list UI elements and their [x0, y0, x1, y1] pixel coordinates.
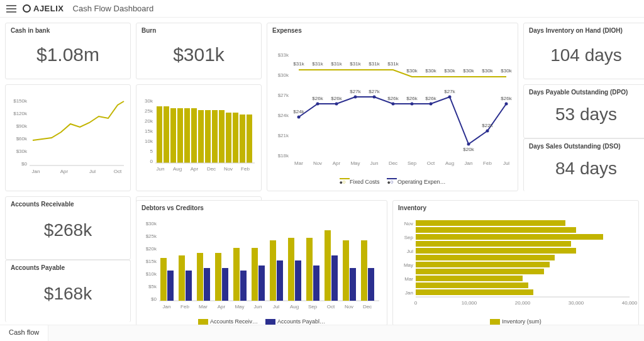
- svg-text:30,000: 30,000: [569, 300, 584, 306]
- svg-rect-147: [416, 289, 533, 295]
- svg-text:Nov: Nov: [404, 221, 413, 226]
- svg-rect-119: [325, 230, 331, 301]
- svg-text:10k: 10k: [145, 138, 153, 144]
- svg-rect-85: [247, 115, 252, 163]
- svg-point-21: [354, 96, 357, 99]
- svg-text:$24k: $24k: [278, 113, 289, 118]
- svg-text:Nov: Nov: [345, 304, 353, 310]
- svg-rect-84: [240, 115, 245, 163]
- svg-rect-109: [233, 248, 240, 301]
- card-debtors-creditors-wide: Debtors vs Creditors $30k $25k $20k $15k…: [136, 200, 387, 326]
- svg-rect-75: [177, 108, 183, 163]
- svg-text:Jan: Jan: [405, 290, 413, 296]
- svg-text:20k: 20k: [145, 118, 153, 124]
- svg-rect-110: [240, 271, 247, 301]
- card-inventory: Inventory Nov Sep Jul May Mar Jan: [392, 200, 639, 326]
- menu-icon[interactable]: [6, 5, 16, 13]
- svg-text:$90k: $90k: [16, 123, 28, 129]
- svg-rect-108: [222, 268, 228, 301]
- svg-point-23: [392, 103, 395, 106]
- svg-rect-123: [361, 240, 367, 301]
- svg-text:Mar: Mar: [294, 160, 303, 166]
- card-burn: Burn $301k: [136, 23, 262, 79]
- svg-text:Sep: Sep: [308, 304, 318, 310]
- svg-text:0: 0: [150, 159, 153, 164]
- svg-text:Dec: Dec: [207, 166, 216, 172]
- svg-text:$30k: $30k: [16, 148, 28, 154]
- svg-text:5: 5: [150, 148, 153, 154]
- svg-rect-142: [416, 255, 555, 260]
- svg-rect-111: [252, 248, 258, 301]
- svg-rect-140: [416, 241, 571, 247]
- svg-rect-74: [170, 108, 176, 163]
- svg-text:$20k: $20k: [463, 147, 474, 152]
- label-inventory: Inventory: [393, 201, 638, 215]
- svg-point-29: [505, 103, 508, 106]
- label-cash-in-bank: Cash in bank: [6, 23, 130, 38]
- value-ar: $268k: [6, 220, 130, 240]
- svg-text:Apr: Apr: [60, 169, 69, 174]
- svg-text:Jul: Jul: [503, 160, 509, 166]
- svg-rect-143: [416, 262, 550, 267]
- svg-point-22: [373, 96, 376, 99]
- svg-text:$27k: $27k: [369, 89, 380, 94]
- svg-rect-114: [277, 260, 283, 301]
- chart-inventory: Nov Sep Jul May Mar Jan 0 10,000 20,000 …: [393, 215, 638, 316]
- svg-text:Oct: Oct: [427, 160, 435, 166]
- svg-rect-124: [368, 268, 374, 301]
- svg-rect-77: [191, 108, 197, 163]
- svg-text:$26k: $26k: [425, 96, 436, 101]
- svg-text:$31k: $31k: [312, 61, 323, 67]
- svg-text:$60k: $60k: [16, 136, 28, 142]
- svg-point-26: [448, 96, 452, 99]
- page-title: Cash Flow Dashboard: [73, 4, 154, 13]
- label-dpo: Days Payable Outstanding (DPO): [524, 85, 644, 99]
- svg-text:$18k: $18k: [278, 153, 289, 159]
- brand-logo: AJELIX: [23, 4, 64, 13]
- svg-rect-113: [270, 240, 276, 301]
- svg-text:$26k: $26k: [387, 96, 399, 101]
- svg-rect-78: [198, 110, 204, 163]
- svg-text:Aug: Aug: [445, 160, 454, 166]
- svg-text:Jul: Jul: [273, 304, 279, 310]
- svg-rect-145: [416, 276, 523, 281]
- svg-text:$5k: $5k: [148, 284, 157, 289]
- svg-rect-73: [164, 106, 169, 163]
- svg-text:15k: 15k: [145, 128, 153, 134]
- value-dso: 84 days: [524, 159, 644, 179]
- svg-text:$20k: $20k: [146, 246, 157, 252]
- svg-text:$31k: $31k: [369, 61, 380, 67]
- svg-rect-83: [233, 113, 238, 163]
- card-burn-trend: 30k 25k 20k 15k 10k 5 0 Jun: [136, 84, 262, 191]
- svg-text:$22k: $22k: [482, 123, 493, 128]
- svg-point-25: [430, 103, 433, 106]
- label-ap: Accounts Payable: [6, 260, 130, 275]
- label-expenses: Expenses: [267, 23, 518, 38]
- svg-text:$30k: $30k: [425, 68, 436, 74]
- svg-text:Sep: Sep: [408, 160, 417, 166]
- card-expenses: Expenses $18k $21k $24k $27k $30k $33k $…: [267, 23, 518, 191]
- svg-text:Oct: Oct: [327, 304, 335, 310]
- svg-text:Oct: Oct: [114, 169, 122, 174]
- svg-point-20: [335, 103, 338, 106]
- card-dso: Days Sales Outstanding (DSO) 84 days: [523, 138, 644, 192]
- brand-text: AJELIX: [33, 4, 64, 13]
- svg-rect-82: [226, 113, 231, 163]
- svg-text:Mar: Mar: [404, 276, 413, 282]
- svg-rect-117: [306, 238, 313, 301]
- svg-text:Jul: Jul: [407, 249, 413, 254]
- svg-rect-118: [313, 266, 319, 301]
- svg-text:Feb: Feb: [241, 166, 250, 172]
- svg-point-27: [467, 143, 470, 146]
- svg-text:$33k: $33k: [278, 52, 289, 58]
- svg-text:Jun: Jun: [370, 160, 379, 166]
- svg-text:$31k: $31k: [293, 61, 304, 67]
- tab-cash-flow[interactable]: Cash flow: [0, 325, 48, 341]
- value-dioh: 104 days: [524, 45, 644, 65]
- svg-rect-120: [331, 255, 338, 301]
- svg-text:$31k: $31k: [331, 61, 342, 67]
- svg-text:$30k: $30k: [278, 72, 289, 78]
- svg-text:Aug: Aug: [173, 166, 182, 172]
- svg-text:$0: $0: [151, 296, 157, 302]
- svg-text:20,000: 20,000: [515, 300, 531, 306]
